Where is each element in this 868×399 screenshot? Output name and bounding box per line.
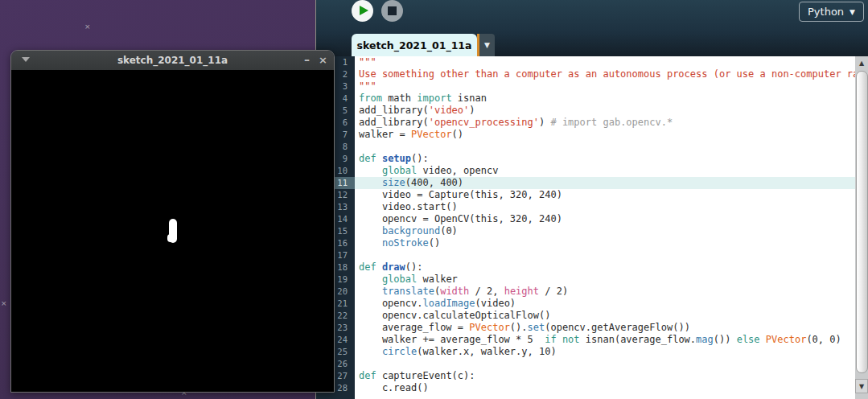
arrow-down-icon: ▼ xyxy=(859,383,864,390)
code-line[interactable]: 28 c.read() xyxy=(316,382,856,394)
code-text: size(400, 400) xyxy=(355,177,856,189)
code-text: def setup(): xyxy=(355,153,856,165)
code-text xyxy=(355,141,856,153)
window-menu-icon[interactable] xyxy=(22,57,30,62)
code-text: add_library('opencv_processing') # impor… xyxy=(355,117,856,129)
ide-window: Python ▼ sketch_2021_01_11a ▼ 1"""2Use s… xyxy=(315,0,868,399)
code-text: global video, opencv xyxy=(355,165,856,177)
code-line[interactable]: 25 circle(walker.x, walker.y, 10) xyxy=(316,346,856,358)
code-text xyxy=(355,249,856,261)
code-text: c.read() xyxy=(355,382,856,394)
code-text: from math import isnan xyxy=(355,93,856,105)
code-text: video.start() xyxy=(355,201,856,213)
code-text: """ xyxy=(355,80,856,93)
code-text: def captureEvent(c): xyxy=(355,370,856,382)
code-text: walker += average_flow * 5 if not isnan(… xyxy=(355,334,856,346)
code-line[interactable]: 14 opencv = OpenCV(this, 320, 240) xyxy=(316,213,856,225)
code-line[interactable]: 22 opencv.calculateOpticalFlow() xyxy=(316,310,856,322)
run-button[interactable] xyxy=(352,0,373,22)
code-line[interactable]: 7walker = PVector() xyxy=(316,129,856,141)
code-line[interactable]: 2Use something other than a computer as … xyxy=(316,68,856,80)
code-text: circle(walker.x, walker.y, 10) xyxy=(355,346,856,358)
code-line[interactable]: 24 walker += average_flow * 5 if not isn… xyxy=(316,334,856,346)
code-line[interactable]: 8 xyxy=(316,141,856,153)
code-line[interactable]: 16 noStroke() xyxy=(316,237,856,249)
code-text: translate(width / 2, height / 2) xyxy=(355,286,856,298)
code-text: def draw(): xyxy=(355,261,856,274)
scrollbar-thumb[interactable] xyxy=(856,71,868,373)
code-line[interactable]: 12 video = Capture(this, 320, 240) xyxy=(316,189,856,201)
screen: ××× Python ▼ sketch_2021_01_11a ▼ 1"""2U… xyxy=(0,0,868,399)
code-line[interactable]: 13 video.start() xyxy=(316,201,856,213)
sketch-window-titlebar[interactable]: sketch_2021_01_11a – × xyxy=(11,51,334,70)
code-line[interactable]: 1""" xyxy=(316,56,856,68)
code-text: global walker xyxy=(355,274,856,286)
tab-sketch[interactable]: sketch_2021_01_11a xyxy=(352,34,477,56)
code-text: Use something other than a computer as a… xyxy=(355,68,856,80)
code-line[interactable]: 6add_library('opencv_processing') # impo… xyxy=(316,117,856,129)
chevron-down-icon: ▼ xyxy=(849,8,855,16)
wallpaper-x-mark: × xyxy=(84,23,91,31)
editor-scrollbar[interactable]: ▲ ▼ xyxy=(855,56,868,399)
stop-button[interactable] xyxy=(381,0,403,22)
code-line[interactable]: 27def captureEvent(c): xyxy=(316,370,856,382)
code-line[interactable]: 21 opencv.loadImage(video) xyxy=(316,298,856,310)
code-text: opencv.calculateOpticalFlow() xyxy=(355,310,856,322)
code-text: walker = PVector() xyxy=(355,129,856,141)
code-line[interactable]: 19 global walker xyxy=(316,274,856,286)
code-line[interactable]: 17 xyxy=(316,249,856,261)
code-line[interactable]: 15 background(0) xyxy=(316,225,856,237)
code-line[interactable]: 5add_library('video') xyxy=(316,105,856,117)
code-text: background(0) xyxy=(355,225,856,237)
mode-label: Python xyxy=(808,6,844,18)
scroll-up-button[interactable]: ▲ xyxy=(855,56,868,70)
sketch-output-window: sketch_2021_01_11a – × xyxy=(10,50,335,393)
code-text: opencv.loadImage(video) xyxy=(355,298,856,310)
code-text: noStroke() xyxy=(355,237,856,249)
window-title: sketch_2021_01_11a xyxy=(117,55,228,66)
chevron-down-icon: ▼ xyxy=(484,41,490,49)
code-text xyxy=(355,358,856,370)
code-text: average_flow = PVector().set(opencv.getA… xyxy=(355,322,856,334)
scroll-down-button[interactable]: ▼ xyxy=(855,379,868,393)
code-line[interactable]: 4from math import isnan xyxy=(316,93,856,105)
code-line[interactable]: 18def draw(): xyxy=(316,261,856,274)
code-line[interactable]: 11 size(400, 400) xyxy=(316,177,856,189)
code-editor[interactable]: 1"""2Use something other than a computer… xyxy=(316,56,856,399)
code-line[interactable]: 10 global video, opencv xyxy=(316,165,856,177)
code-text: add_library('video') xyxy=(355,105,856,117)
arrow-up-icon: ▲ xyxy=(859,60,864,67)
code-line[interactable]: 9def setup(): xyxy=(316,153,856,165)
tab-label: sketch_2021_01_11a xyxy=(357,39,472,51)
walker-dot-trail xyxy=(167,234,174,242)
tab-dropdown-button[interactable]: ▼ xyxy=(479,34,495,56)
mode-selector-button[interactable]: Python ▼ xyxy=(799,2,864,22)
close-button[interactable]: × xyxy=(319,54,327,66)
code-line[interactable]: 20 translate(width / 2, height / 2) xyxy=(316,286,856,298)
code-line[interactable]: 23 average_flow = PVector().set(opencv.g… xyxy=(316,322,856,334)
code-text: video = Capture(this, 320, 240) xyxy=(355,189,856,201)
code-text: opencv = OpenCV(this, 320, 240) xyxy=(355,213,856,225)
minimize-button[interactable]: – xyxy=(304,53,310,66)
code-line[interactable]: 26 xyxy=(316,358,856,370)
play-icon xyxy=(360,6,368,15)
sketch-canvas xyxy=(11,70,334,392)
stop-icon xyxy=(388,6,397,15)
code-text: """ xyxy=(355,56,856,68)
code-line[interactable]: 3""" xyxy=(316,80,856,93)
wallpaper-x-mark: × xyxy=(1,300,7,307)
